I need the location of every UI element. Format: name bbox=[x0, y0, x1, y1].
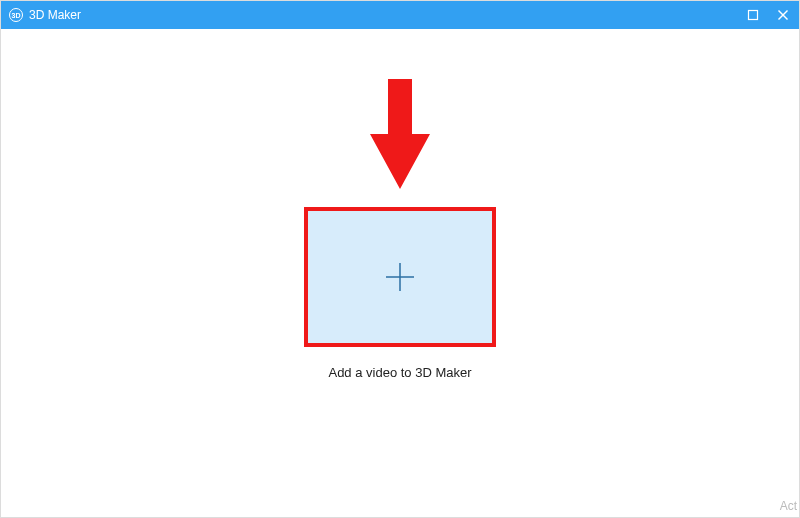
add-video-dropzone[interactable] bbox=[304, 207, 496, 347]
app-icon: 3D bbox=[9, 8, 23, 22]
dropzone-helper-text: Add a video to 3D Maker bbox=[328, 365, 471, 380]
app-window: 3D 3D Maker bbox=[0, 0, 800, 518]
annotation-arrow bbox=[370, 79, 430, 193]
svg-rect-0 bbox=[749, 11, 758, 20]
titlebar-left: 3D 3D Maker bbox=[9, 8, 81, 22]
arrow-down-icon bbox=[370, 79, 430, 189]
titlebar-controls bbox=[745, 7, 791, 23]
content-area: Add a video to 3D Maker Act bbox=[1, 29, 799, 517]
maximize-icon bbox=[747, 9, 759, 21]
close-icon bbox=[777, 9, 789, 21]
app-icon-text: 3D bbox=[12, 12, 21, 19]
app-title: 3D Maker bbox=[29, 8, 81, 22]
titlebar: 3D 3D Maker bbox=[1, 1, 799, 29]
maximize-button[interactable] bbox=[745, 7, 761, 23]
watermark-text: Act bbox=[780, 499, 797, 513]
plus-icon bbox=[382, 259, 418, 295]
close-button[interactable] bbox=[775, 7, 791, 23]
